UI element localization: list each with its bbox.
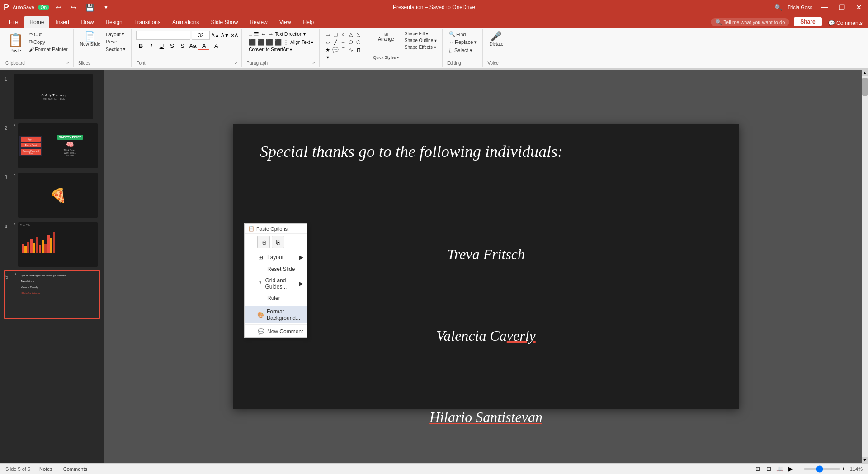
zoom-slider[interactable] xyxy=(804,468,840,470)
scroll-down-arrow[interactable]: ▼ xyxy=(862,457,868,463)
slide-canvas-container[interactable]: Special thanks go to the following indiv… xyxy=(104,70,868,463)
bullets-button[interactable]: ≡ xyxy=(249,31,252,38)
shapes-more[interactable]: ▼ xyxy=(324,54,331,61)
slideshow-btn[interactable]: ▶ xyxy=(786,465,795,473)
decrease-indent-button[interactable]: ← xyxy=(260,31,266,38)
scroll-up-arrow[interactable]: ▲ xyxy=(862,70,868,76)
align-text-button[interactable]: Align Text ▾ xyxy=(290,40,313,45)
tab-animations[interactable]: Animations xyxy=(167,16,204,28)
tab-view[interactable]: View xyxy=(274,16,297,28)
ctx-layout[interactable]: ⊞ Layout ▶ xyxy=(245,251,307,263)
font-expand-icon[interactable]: ↗ xyxy=(234,61,238,65)
tab-draw[interactable]: Draw xyxy=(75,16,99,28)
reset-button[interactable]: Reset xyxy=(104,38,128,45)
scroll-thumb[interactable] xyxy=(862,78,868,96)
slide-thumb-1[interactable]: 1 Safety Training FAHRENHEIT, LLC xyxy=(4,73,100,120)
shape13[interactable]: ⌒ xyxy=(340,46,347,53)
slide-thumb-2[interactable]: 2 * Sign In Find a Seat Take our Paper a… xyxy=(4,123,100,169)
slide-thumb-3[interactable]: 3 * 🍕 xyxy=(4,172,100,218)
shadow-button[interactable]: S xyxy=(178,41,187,50)
align-left-button[interactable]: ⬛ xyxy=(249,39,256,46)
hexagon-shape[interactable]: ⬡ xyxy=(355,38,362,46)
cut-button[interactable]: ✂ Cut xyxy=(27,31,70,38)
tab-insert[interactable]: Insert xyxy=(50,16,75,28)
shape15[interactable]: ⊓ xyxy=(355,46,362,53)
tab-review[interactable]: Review xyxy=(244,16,273,28)
paragraph-expand-icon[interactable]: ↗ xyxy=(312,61,316,65)
callout-shape[interactable]: 💬 xyxy=(332,46,339,53)
search-icon[interactable]: 🔍 xyxy=(774,4,782,11)
shape-outline-button[interactable]: Shape Outline ▾ xyxy=(403,38,439,43)
convert-smartart-button[interactable]: Convert to SmartArt ▾ xyxy=(249,47,292,52)
replace-button[interactable]: ↔ Replace ▾ xyxy=(447,39,479,46)
notes-button[interactable]: Notes xyxy=(38,466,54,472)
ctx-grid-guides[interactable]: # Grid and Guides... ▶ xyxy=(245,275,307,292)
tab-design[interactable]: Design xyxy=(100,16,127,28)
reading-view-btn[interactable]: 📖 xyxy=(775,465,784,473)
italic-button[interactable]: I xyxy=(146,41,156,50)
rounded-rect-shape[interactable]: ▢ xyxy=(332,31,339,38)
quick-access-save[interactable]: 💾 xyxy=(83,3,97,12)
tab-file[interactable]: File xyxy=(4,16,23,28)
star-shape[interactable]: ★ xyxy=(324,46,331,53)
slide-thumb-5[interactable]: 5 * Special thanks go to the following i… xyxy=(4,270,100,319)
layout-button[interactable]: Layout ▾ xyxy=(104,31,128,38)
slide-sorter-btn[interactable]: ⊟ xyxy=(764,465,774,473)
ctx-new-comment[interactable]: 💬 New Comment xyxy=(245,326,307,337)
section-button[interactable]: Section ▾ xyxy=(104,46,128,52)
spacing-button[interactable]: Aa xyxy=(188,41,197,50)
arrow-shape[interactable]: → xyxy=(340,38,347,46)
rectangle-shape[interactable]: ▭ xyxy=(324,31,331,38)
zoom-level[interactable]: 114% xyxy=(847,466,863,472)
shape14[interactable]: ∿ xyxy=(347,46,354,53)
increase-indent-button[interactable]: → xyxy=(268,31,274,38)
ctx-format-background[interactable]: 🎨 Format Background... xyxy=(245,306,307,323)
numbering-button[interactable]: ☰ xyxy=(254,31,259,38)
minimize-button[interactable]: — xyxy=(818,3,830,11)
font-name-input[interactable] xyxy=(136,31,190,40)
ctx-reset-slide[interactable]: Reset Slide xyxy=(245,263,307,275)
justify-button[interactable]: ⬛ xyxy=(274,39,282,46)
zoom-in-button[interactable]: + xyxy=(842,466,845,472)
paste-keep-format-btn[interactable]: ⎗ xyxy=(257,236,270,248)
pentagon-shape[interactable]: ⬠ xyxy=(347,38,354,46)
close-button[interactable]: ✕ xyxy=(853,3,864,12)
font-decrease-button[interactable]: A▼ xyxy=(221,33,229,38)
font-color-button[interactable]: A xyxy=(198,41,209,50)
shape-effects-button[interactable]: Shape Effects ▾ xyxy=(403,44,439,50)
tab-slideshow[interactable]: Slide Show xyxy=(205,16,243,28)
format-painter-button[interactable]: 🖌 Format Painter xyxy=(27,46,70,52)
copy-button[interactable]: ⧉ Copy xyxy=(27,38,70,45)
autosave-toggle[interactable]: On xyxy=(38,5,49,10)
align-center-button[interactable]: ⬛ xyxy=(257,39,264,46)
restore-button[interactable]: ❐ xyxy=(836,3,848,12)
comments-status-button[interactable]: Comments xyxy=(61,466,89,472)
undo-button[interactable]: ↩ xyxy=(53,3,64,12)
zoom-out-button[interactable]: − xyxy=(799,466,802,472)
underline-button[interactable]: U xyxy=(157,41,166,50)
select-button[interactable]: ⬚ Select ▾ xyxy=(447,47,479,54)
triangle-shape[interactable]: △ xyxy=(347,31,354,38)
font-increase-button[interactable]: A▲ xyxy=(211,33,219,38)
shape-fill-button[interactable]: Shape Fill ▾ xyxy=(403,31,439,37)
align-right-button[interactable]: ⬛ xyxy=(266,39,273,46)
tab-transitions[interactable]: Transitions xyxy=(129,16,166,28)
redo-button[interactable]: ↪ xyxy=(68,3,79,12)
slide-thumb-4[interactable]: 4 * Chart Title xyxy=(4,221,100,268)
font-size-input[interactable] xyxy=(192,31,210,40)
clear-format-button[interactable]: ✕A xyxy=(231,33,238,38)
tab-home[interactable]: Home xyxy=(24,16,49,28)
tell-me-text[interactable]: Tell me what you want to do xyxy=(724,19,785,25)
columns-button[interactable]: ⋮ xyxy=(283,39,289,46)
right-triangle-shape[interactable]: ◺ xyxy=(355,31,362,38)
customize-qa[interactable]: ▼ xyxy=(101,5,111,10)
highlight-button[interactable]: A xyxy=(211,41,222,50)
quick-styles-button[interactable]: Quick Styles ▾ xyxy=(371,54,401,68)
paste-button[interactable]: 📋 Paste xyxy=(5,31,25,55)
bold-button[interactable]: B xyxy=(136,41,145,50)
dictate-button[interactable]: 🎤 Dictate xyxy=(487,31,505,47)
parallelogram-shape[interactable]: ▱ xyxy=(324,38,331,46)
tab-help[interactable]: Help xyxy=(297,16,320,28)
comments-button[interactable]: 💬 Comments xyxy=(828,20,863,26)
arrange-button[interactable]: ⊞ Arrange xyxy=(371,31,401,53)
